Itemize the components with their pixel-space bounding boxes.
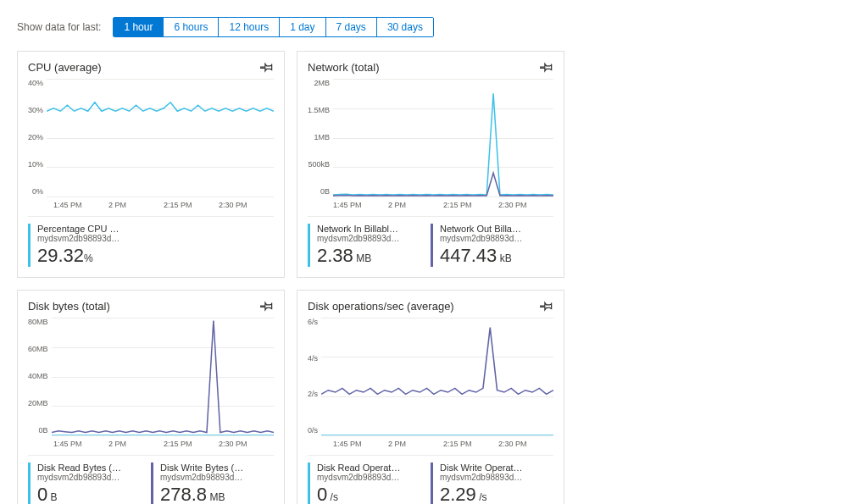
legend-resource-label: mydsvm2db98893d8e4f <box>440 234 525 243</box>
legend-metric-label: Disk Write Bytes (Sum) <box>160 462 245 473</box>
legend-resource-label: mydsvm2db98893d8e4f <box>37 234 122 243</box>
legend-item[interactable]: Disk Read Operations...mydsvm2db98893d8e… <box>308 462 431 504</box>
legend-metric-label: Network Out Billable... <box>440 224 525 234</box>
time-range-1-hour[interactable]: 1 hour <box>114 18 164 36</box>
legend-row: Network In Billable ...mydsvm2db98893d8e… <box>308 216 553 267</box>
charts-grid: CPU (average)40%30%20%10%0%1:45 PM2 PM2:… <box>17 51 839 504</box>
legend-value: 2.38 MB <box>317 245 431 267</box>
legend-metric-label: Disk Write Operation... <box>440 462 525 473</box>
x-axis: 1:45 PM2 PM2:15 PM2:30 PM <box>53 201 274 209</box>
legend-row: Disk Read Bytes (Sum)mydsvm2db98893d8e4f… <box>28 455 274 504</box>
legend-item[interactable]: Disk Read Bytes (Sum)mydsvm2db98893d8e4f… <box>28 462 151 504</box>
time-range-6-hours[interactable]: 6 hours <box>164 18 219 36</box>
plot-area[interactable] <box>321 318 553 436</box>
y-axis: 40%30%20%10%0% <box>28 79 47 197</box>
legend-resource-label: mydsvm2db98893d8e4f <box>317 473 402 482</box>
legend-row: Disk Read Operations...mydsvm2db98893d8e… <box>308 455 553 504</box>
legend-value: 29.32% <box>37 245 274 267</box>
x-axis: 1:45 PM2 PM2:15 PM2:30 PM <box>333 201 553 209</box>
time-filter-row: Show data for last: 1 hour6 hours12 hour… <box>17 17 839 37</box>
legend-item[interactable]: Disk Write Bytes (Sum)mydsvm2db98893d8e4… <box>151 462 274 504</box>
pin-icon[interactable] <box>540 60 553 74</box>
chart-card: Network (total)2MB1.5MB1MB500kB0B1:45 PM… <box>297 51 564 278</box>
chart-card: Disk bytes (total)80MB60MB40MB20MB0B1:45… <box>17 290 285 504</box>
time-range-30-days[interactable]: 30 days <box>377 18 433 36</box>
x-axis: 1:45 PM2 PM2:15 PM2:30 PM <box>333 440 553 448</box>
legend-resource-label: mydsvm2db98893d8e4f <box>160 473 245 482</box>
chart-card: CPU (average)40%30%20%10%0%1:45 PM2 PM2:… <box>17 51 285 278</box>
legend-row: Percentage CPU (Avg)mydsvm2db98893d8e4f2… <box>28 216 274 267</box>
legend-value: 0 /s <box>317 484 431 504</box>
legend-resource-label: mydsvm2db98893d8e4f <box>440 473 525 482</box>
legend-metric-label: Disk Read Operations... <box>317 462 402 473</box>
chart-title: Network (total) <box>308 61 380 74</box>
legend-item[interactable]: Disk Write Operation...mydsvm2db98893d8e… <box>431 462 553 504</box>
legend-metric-label: Network In Billable ... <box>317 224 402 234</box>
pin-icon[interactable] <box>260 299 274 313</box>
legend-metric-label: Percentage CPU (Avg) <box>37 224 122 234</box>
legend-resource-label: mydsvm2db98893d8e4f <box>317 234 402 243</box>
pin-icon[interactable] <box>260 60 274 74</box>
legend-item[interactable]: Network Out Billable...mydsvm2db98893d8e… <box>431 224 553 267</box>
chart-title: Disk bytes (total) <box>28 300 110 313</box>
legend-value: 278.8 MB <box>160 484 274 504</box>
legend-item[interactable]: Network In Billable ...mydsvm2db98893d8e… <box>308 224 431 267</box>
time-range-7-days[interactable]: 7 days <box>326 18 377 36</box>
legend-metric-label: Disk Read Bytes (Sum) <box>37 462 122 473</box>
legend-resource-label: mydsvm2db98893d8e4f <box>37 473 122 482</box>
legend-item[interactable]: Percentage CPU (Avg)mydsvm2db98893d8e4f2… <box>28 224 274 267</box>
pin-icon[interactable] <box>540 299 553 313</box>
time-range-1-day[interactable]: 1 day <box>280 18 325 36</box>
x-axis: 1:45 PM2 PM2:15 PM2:30 PM <box>53 440 274 448</box>
plot-area[interactable] <box>333 79 553 197</box>
legend-value: 0 B <box>37 484 151 504</box>
time-range-12-hours[interactable]: 12 hours <box>219 18 280 36</box>
chart-card: Disk operations/sec (average)6/s4/s2/s0/… <box>297 290 564 504</box>
y-axis: 6/s4/s2/s0/s <box>308 318 321 436</box>
plot-area[interactable] <box>47 79 274 197</box>
plot-area[interactable] <box>52 318 274 436</box>
time-range-buttons: 1 hour6 hours12 hours1 day7 days30 days <box>113 17 434 37</box>
legend-value: 447.43 kB <box>440 245 553 267</box>
chart-title: Disk operations/sec (average) <box>308 300 454 313</box>
y-axis: 2MB1.5MB1MB500kB0B <box>308 79 333 197</box>
time-filter-label: Show data for last: <box>17 21 101 33</box>
chart-title: CPU (average) <box>28 61 102 74</box>
y-axis: 80MB60MB40MB20MB0B <box>28 318 52 436</box>
legend-value: 2.29 /s <box>440 484 553 504</box>
